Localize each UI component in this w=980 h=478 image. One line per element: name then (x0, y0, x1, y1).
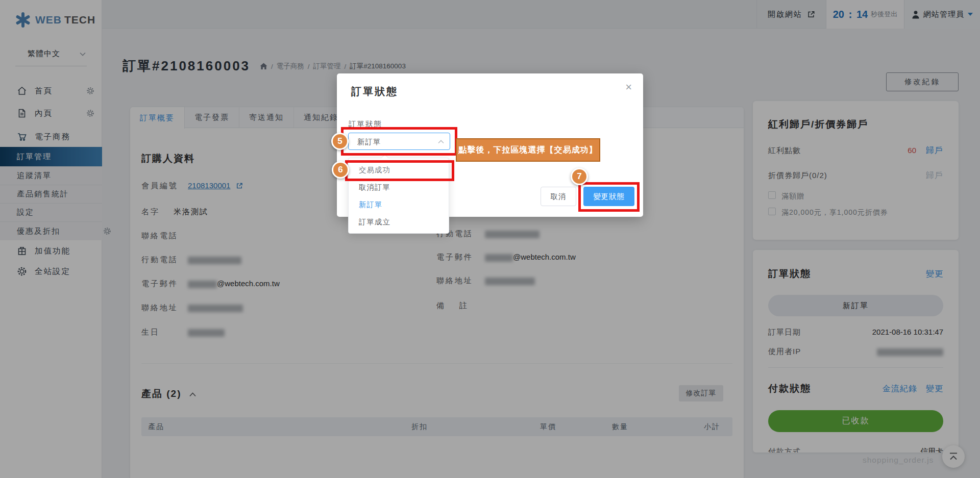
close-icon[interactable]: × (625, 81, 632, 94)
option-new-order[interactable]: 新訂單 (349, 196, 449, 213)
option-order-established[interactable]: 訂單成立 (349, 213, 449, 231)
step-7-badge: 7 (571, 168, 588, 185)
option-transaction-success[interactable]: 交易成功 (349, 161, 449, 179)
modal-field-label: 訂單狀態 (349, 119, 382, 129)
confirm-change-status-button[interactable]: 變更狀態 (583, 187, 634, 206)
order-status-select[interactable]: 新訂單 (348, 133, 450, 150)
modal-overlay[interactable] (0, 0, 980, 478)
step-5-badge: 5 (331, 133, 349, 150)
instruction-tip: 點擊後，下拉區塊選擇【交易成功】 (456, 138, 600, 162)
status-dropdown-panel: 交易成功 取消訂單 新訂單 訂單成立 (348, 158, 449, 234)
modal-title: 訂單狀態 (351, 85, 398, 98)
chevron-up-icon (438, 140, 444, 144)
admin-order-page: 開啟網站 20 ： 14 秒後登出 網站管理員 WEBTECH (0, 0, 980, 478)
step-6-badge: 6 (332, 161, 349, 179)
select-value: 新訂單 (357, 137, 381, 147)
option-cancel-order[interactable]: 取消訂單 (349, 179, 449, 196)
cancel-button[interactable]: 取消 (541, 187, 576, 206)
